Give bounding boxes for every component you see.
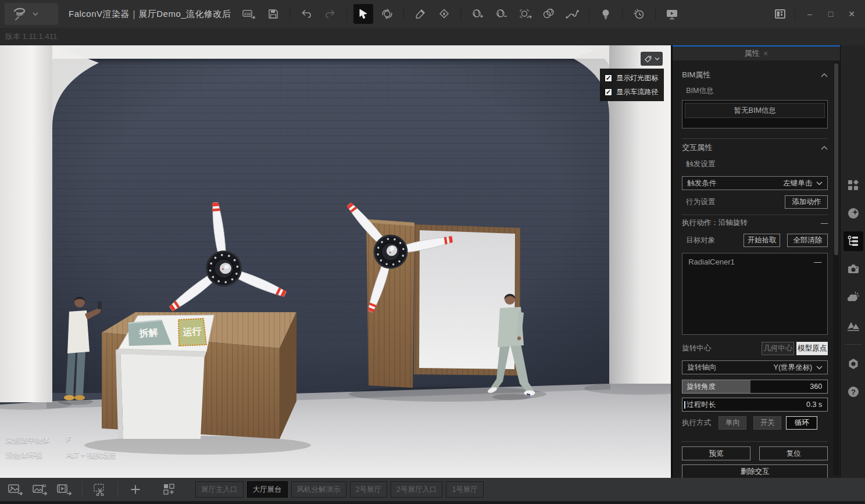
start-pick-button[interactable]: 开始拾取: [744, 234, 780, 247]
scene-button-run[interactable]: 运行: [178, 319, 206, 346]
viewport-3d[interactable]: 拆解 运行: [0, 45, 671, 478]
panel-scrollbar[interactable]: [834, 62, 839, 476]
fill-tool-icon[interactable]: [434, 4, 454, 24]
camera-icon[interactable]: [843, 259, 863, 279]
add-camera-icon[interactable]: [467, 4, 487, 24]
path-icon[interactable]: [563, 4, 582, 24]
add-icon[interactable]: [126, 480, 145, 499]
tag-display-menu[interactable]: [641, 52, 663, 66]
export-image-icon[interactable]: [6, 480, 26, 499]
close-icon[interactable]: ✕: [763, 50, 769, 58]
toggle-light-icons-label: 显示灯光图标: [616, 73, 658, 83]
properties-tab-label: 属性: [745, 48, 760, 59]
minimize-button[interactable]: –: [801, 5, 818, 23]
mode-oneway-button[interactable]: 单向: [719, 416, 746, 430]
rotation-axis-label: 旋转轴向: [687, 363, 716, 373]
tab-properties[interactable]: 属性 ✕: [673, 45, 840, 60]
presentation-icon[interactable]: [662, 4, 682, 24]
toggle-light-icons[interactable]: ✓ 显示灯光图标: [605, 73, 664, 83]
target-row: 目标对象 开始拾取 全部清除: [682, 234, 828, 247]
svg-text:EXE: EXE: [244, 12, 251, 16]
mode-loop-button[interactable]: 循环: [786, 416, 817, 430]
close-button[interactable]: ✕: [843, 5, 860, 23]
target-object-list: RadialCener1 —: [682, 253, 828, 335]
svg-text:?: ?: [851, 388, 856, 396]
chevron-down-icon: [655, 57, 660, 60]
components-icon[interactable]: [843, 176, 863, 195]
target-list-item[interactable]: RadialCener1 —: [688, 258, 821, 266]
display-options: ✓ 显示灯光图标 ✓ 显示车流路径: [600, 69, 664, 101]
undo-icon[interactable]: [296, 4, 316, 24]
remove-camera-icon[interactable]: [491, 4, 511, 24]
rotation-angle-field[interactable]: 旋转角度 360: [682, 380, 828, 394]
help-icon[interactable]: ?: [843, 382, 863, 402]
view-hall-2-entrance[interactable]: 2号展厅入口: [391, 481, 442, 498]
weather-icon[interactable]: [843, 287, 863, 307]
layout-icon[interactable]: [771, 5, 789, 23]
view-hall-stage[interactable]: 大厅展台: [247, 481, 288, 498]
target-item-name: RadialCener1: [688, 258, 735, 266]
save-icon[interactable]: [263, 4, 283, 24]
export-ai-image-icon[interactable]: AI: [30, 480, 50, 499]
bim-info-box: 暂无BIM信息: [682, 100, 828, 128]
side-toolbar: ?: [840, 45, 865, 478]
center-model-origin-button[interactable]: 模型原点: [796, 342, 828, 355]
multi-camera-icon[interactable]: [539, 4, 559, 24]
toggle-traffic-paths[interactable]: ✓ 显示车流路径: [605, 87, 664, 97]
window-footer: [0, 501, 865, 504]
view-turbine-demo[interactable]: 风机分解演示: [291, 481, 346, 498]
select-tool-icon[interactable]: [353, 4, 373, 24]
preview-button[interactable]: 预览: [682, 446, 750, 460]
center-geometric-button[interactable]: 几何中心: [762, 342, 794, 355]
collapse-icon[interactable]: [821, 146, 828, 150]
rotation-center-row: 旋转中心 几何中心 模型原点: [682, 342, 828, 355]
app-window: FalconV渲染器｜展厅Demo_流化修改后 EXE: [0, 0, 865, 504]
reset-button[interactable]: 复位: [759, 446, 828, 460]
bim-section-header[interactable]: BIM属性: [682, 70, 828, 80]
interaction-section-header[interactable]: 交互属性: [682, 142, 828, 153]
timer-icon[interactable]: [629, 4, 649, 24]
duration-label: 过程时长: [685, 400, 716, 410]
app-menu[interactable]: [5, 3, 58, 25]
terrain-icon[interactable]: [843, 315, 863, 335]
view-hall-1[interactable]: 1号展厅: [446, 481, 483, 498]
export-video-icon[interactable]: [55, 480, 74, 499]
scene-tree-icon[interactable]: [843, 231, 863, 251]
properties-panel: 属性 ✕ BIM属性 BIM信息 暂无BIM信息 交互属性 触发设置: [672, 45, 840, 478]
target-object-label: 目标对象: [682, 235, 715, 245]
light-icon[interactable]: [596, 4, 616, 24]
chevron-down-icon: [816, 181, 823, 185]
orbit-tool-icon[interactable]: [377, 4, 397, 24]
eyedropper-icon[interactable]: [410, 4, 430, 24]
clear-all-button[interactable]: 全部清除: [787, 234, 828, 247]
maximize-button[interactable]: □: [822, 5, 839, 23]
delete-interaction-button[interactable]: 删除交互: [682, 464, 828, 479]
export-exe-icon[interactable]: EXE: [240, 4, 259, 24]
main-toolbar: EXE: [240, 0, 682, 28]
environment-icon[interactable]: [843, 203, 863, 223]
scene-floor: [0, 381, 671, 478]
collapse-icon[interactable]: [821, 73, 828, 77]
remove-item-icon[interactable]: —: [814, 258, 821, 266]
redo-icon[interactable]: [320, 4, 340, 24]
svg-text:AI: AI: [42, 484, 46, 488]
behavior-label: 行为设置: [682, 197, 715, 207]
settings-icon[interactable]: [843, 354, 863, 374]
trigger-condition-select[interactable]: 触发条件 左键单击: [682, 176, 828, 190]
svg-text:运行: 运行: [182, 326, 202, 337]
view-main-entrance[interactable]: 展厅主入口: [195, 481, 244, 498]
remove-item-icon[interactable]: —: [821, 219, 828, 227]
rotation-axis-select[interactable]: 旋转轴向 Y(世界坐标): [682, 360, 828, 374]
duration-field[interactable]: 过程时长 0.3 s: [682, 398, 828, 412]
mode-switch-button[interactable]: 开关: [753, 416, 781, 430]
add-action-button[interactable]: 添加动作: [785, 195, 828, 209]
add-view-icon[interactable]: [159, 480, 179, 499]
viewport-hints: 聚焦选中物体 F 沿物体环视 ALT + 拖拽场景: [6, 430, 116, 460]
duration-value: 0.3 s: [806, 401, 827, 409]
hint-orbit-key: ALT + 拖拽场景: [66, 451, 116, 460]
view-hall-2[interactable]: 2号展厅: [350, 481, 387, 498]
hint-focus-key: F: [66, 435, 71, 445]
crop-capture-icon[interactable]: [90, 480, 110, 499]
tag-icon: [644, 55, 652, 63]
target-camera-icon[interactable]: [515, 4, 535, 24]
